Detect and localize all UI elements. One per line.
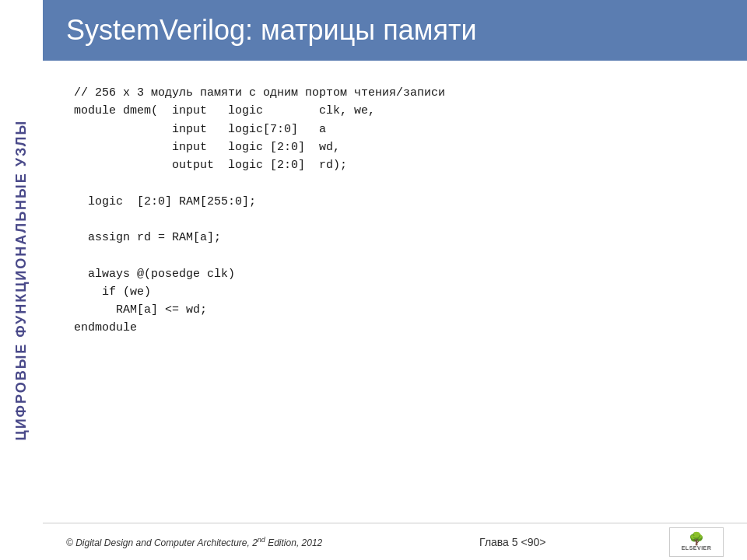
code-line-13: endmodule <box>74 321 137 334</box>
sidebar: ЦИФРОВЫЕ ФУНКЦИОНАЛЬНЫЕ УЗЛЫ <box>0 0 43 560</box>
code-line-6: logic [2:0] RAM[255:0]; <box>74 195 256 208</box>
elsevier-logo: 🌳 ELSEVIER <box>669 527 724 557</box>
code-line-3: input logic [2:0] wd, <box>74 141 340 154</box>
copyright-text: © Digital Design and Computer Architectu… <box>66 537 258 548</box>
code-line-10: always @(posedge clk) <box>74 268 235 281</box>
code-section: // 256 x 3 модуль памяти с одним портом … <box>43 61 747 353</box>
elsevier-tree-icon: 🌳 <box>689 533 704 545</box>
footer-chapter: Глава 5 <90> <box>364 536 662 548</box>
code-line-1: module dmem( input logic clk, we, <box>74 104 375 117</box>
header-bar: SystemVerilog: матрицы памяти <box>43 0 747 61</box>
main-content: SystemVerilog: матрицы памяти // 256 x 3… <box>43 0 747 560</box>
footer: © Digital Design and Computer Architectu… <box>43 523 747 560</box>
code-line-8: assign rd = RAM[a]; <box>74 231 221 244</box>
code-line-2: input logic[7:0] a <box>74 123 326 136</box>
code-comment: // 256 x 3 модуль памяти с одним портом … <box>74 86 445 100</box>
edition-rest: Edition, 2012 <box>265 537 322 548</box>
footer-logo-area: 🌳 ELSEVIER <box>661 527 724 557</box>
code-line-4: output logic [2:0] rd); <box>74 159 347 172</box>
edition-sup: nd <box>258 536 265 544</box>
sidebar-text: ЦИФРОВЫЕ ФУНКЦИОНАЛЬНЫЕ УЗЛЫ <box>13 120 30 440</box>
footer-copyright: © Digital Design and Computer Architectu… <box>66 536 364 548</box>
page-title: SystemVerilog: матрицы памяти <box>66 14 477 47</box>
code-line-11: if (we) <box>74 285 151 299</box>
code-line-12: RAM[a] <= wd; <box>74 303 207 317</box>
elsevier-label: ELSEVIER <box>682 545 712 551</box>
code-block: // 256 x 3 модуль памяти с одним портом … <box>74 84 716 338</box>
